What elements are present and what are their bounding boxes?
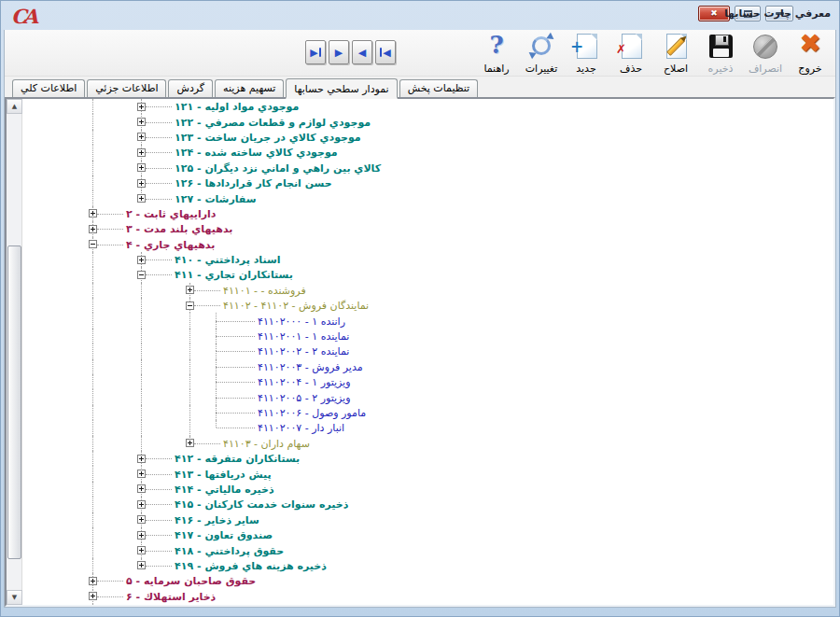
help-button[interactable]: راهنما <box>476 32 517 75</box>
tree-item-label[interactable]: ذخيره هزينه هاي فروش - ۴۱۹ <box>175 559 327 571</box>
tree-row: بستانكاران متفرقه - ۴۱۲ <box>22 451 833 466</box>
tree-item-label[interactable]: ساير ذخاير - ۴۱۶ <box>175 513 259 526</box>
tree-item-label[interactable]: سهام داران - ۴۱۱۰۳ <box>223 437 310 449</box>
tree-item-label[interactable]: حقوق پرداختني - ۴۱۸ <box>175 544 284 556</box>
tab-0[interactable]: اطلاعات كلي <box>12 79 85 97</box>
window-body: ▶▶◀◀ راهنماتغييراتجديدحذفاصلاحذخيرهانصرا… <box>4 30 836 608</box>
expand-icon[interactable] <box>137 256 146 264</box>
tree-item-label[interactable]: راننده ۱ - ۴۱۱۰۲۰۰۰ <box>258 315 345 327</box>
expand-icon[interactable] <box>137 179 146 188</box>
changes-button[interactable]: تغييرات <box>521 32 562 75</box>
expand-icon[interactable] <box>137 561 146 569</box>
expand-icon[interactable] <box>137 133 146 141</box>
expand-icon[interactable] <box>89 209 97 217</box>
delete-button[interactable]: حذف <box>610 32 651 75</box>
tree-item-label[interactable]: بستانكاران تجاري - ۴۱۱ <box>175 269 293 281</box>
cancel-button[interactable]: انصراف <box>745 32 786 75</box>
tree-connector-line <box>97 581 123 582</box>
tree-item-label[interactable]: ويزيتور ۱ - ۴۱۱۰۲۰۰۴ <box>258 376 350 388</box>
expand-icon[interactable] <box>137 118 146 126</box>
tab-5[interactable]: تنظيمات پخش <box>399 79 478 97</box>
expand-icon[interactable] <box>137 148 146 157</box>
expand-icon[interactable] <box>137 531 146 540</box>
tree-connector-line <box>141 313 142 328</box>
new-button[interactable]: جديد <box>566 32 607 75</box>
save-button[interactable]: ذخيره <box>700 32 741 75</box>
tree-item-label[interactable]: ويزيتور ۲ - ۴۱۱۰۲۰۰۵ <box>258 391 350 403</box>
expand-icon[interactable] <box>137 484 146 493</box>
tree-item-label[interactable]: پيش دريافتها - ۴۱۳ <box>175 468 272 480</box>
tree-connector-line <box>141 359 142 374</box>
expand-icon[interactable] <box>137 103 146 111</box>
tree-item-label[interactable]: ذخيره سنوات خدمت كاركنان - ۴۱۵ <box>175 498 348 511</box>
expand-icon[interactable] <box>137 455 146 463</box>
tree-item-label[interactable]: مدير فروش - ۴۱۱۰۲۰۰۳ <box>258 360 363 372</box>
tree-item-label[interactable]: اسناد پرداختني - ۴۱۰ <box>175 254 281 266</box>
tree-item-label[interactable]: ذخاير استهلاك - ۶ <box>126 590 216 602</box>
tree-item-label[interactable]: انبار دار - ۴۱۱۰۲۰۰۷ <box>258 422 344 434</box>
tree-item-label[interactable]: موجودي مواد اوليه - ۱۲۱ <box>175 101 299 113</box>
collapse-icon[interactable] <box>137 271 146 279</box>
expand-icon[interactable] <box>137 163 146 172</box>
tree-item-label[interactable]: حقوق صاحبان سرمايه - ۵ <box>126 575 256 587</box>
tab-4[interactable]: نمودار سطحي حسابها <box>286 78 397 99</box>
tree-connector-line <box>141 298 142 313</box>
tree-item-label[interactable]: نماينده ۲ - ۴۱۱۰۲۰۰۲ <box>258 345 349 358</box>
expand-icon[interactable] <box>186 439 194 447</box>
exit-button[interactable]: خروج <box>790 32 831 75</box>
expand-icon[interactable] <box>89 225 97 233</box>
collapse-icon[interactable] <box>186 301 194 310</box>
tree-connector-line <box>92 114 93 129</box>
nav-last-button[interactable]: ▶ <box>305 40 326 64</box>
tree-item-label[interactable]: موجودي كالاي ساخته شده - ۱۲۴ <box>175 147 338 159</box>
tree-item-label[interactable]: ذخيره مالياتي - ۴۱۴ <box>175 483 274 495</box>
tree-row: ذخيره هزينه هاي فروش - ۴۱۹ <box>22 558 833 573</box>
expand-icon[interactable] <box>137 194 146 203</box>
scrollbar-thumb[interactable] <box>7 245 21 559</box>
toolbar-buttons: راهنماتغييراتجديدحذفاصلاحذخيرهانصرافخروج <box>476 32 831 75</box>
expand-icon[interactable] <box>137 500 146 509</box>
tree-item-label[interactable]: نماينده ۱ - ۴۱۱۰۲۰۰۱ <box>258 330 349 343</box>
app-window: CA ✖ معرفي چارت حسابها ▶▶◀◀ راهنماتغييرا… <box>0 0 840 617</box>
tree-item-label[interactable]: بدهيهاي بلند مدت - ۳ <box>126 223 232 235</box>
tree-connector-line <box>189 389 190 404</box>
expand-icon[interactable] <box>137 470 146 478</box>
vertical-scrollbar[interactable]: ▲ ▼ <box>7 99 22 605</box>
tab-2[interactable]: گردش <box>168 79 213 97</box>
edit-button[interactable]: اصلاح <box>655 32 696 75</box>
nav-first-button[interactable]: ◀ <box>375 40 396 64</box>
tree-connector-line <box>189 313 190 328</box>
tree-item-label[interactable]: فروشنده - - ۴۱۱۰۱ <box>223 284 306 296</box>
expand-icon[interactable] <box>186 286 194 294</box>
expand-icon[interactable] <box>137 546 146 554</box>
help-icon <box>483 34 510 60</box>
nav-next-button[interactable]: ▶ <box>329 40 349 64</box>
tree-item-label[interactable]: بستانكاران متفرقه - ۴۱۲ <box>175 453 300 465</box>
expand-icon[interactable] <box>89 592 97 600</box>
tree-item-label[interactable]: سفارشات - ۱۲۷ <box>175 192 257 204</box>
tree-row: حقوق صاحبان سرمايه - ۵ <box>22 573 833 588</box>
tree-connector-line <box>216 336 217 344</box>
tree-item-label[interactable]: موجودي لوازم و قطعات مصرفي - ۱۲۲ <box>175 116 371 128</box>
tab-3[interactable]: تسهيم هزينه <box>215 79 284 97</box>
expand-icon[interactable] <box>89 577 97 585</box>
tree-connector-line <box>189 374 190 389</box>
record-nav-group: ▶▶◀◀ <box>305 40 396 64</box>
tree-connector-line <box>146 168 172 169</box>
tree-item-label[interactable]: مامور وصول - ۴۱۱۰۲۰۰۶ <box>258 407 366 419</box>
tree-connector-line <box>146 458 172 459</box>
collapse-icon[interactable] <box>89 240 97 248</box>
tree-item-label[interactable]: داراييهاي ثابت - ۲ <box>126 207 216 219</box>
nav-prev-button[interactable]: ◀ <box>352 40 372 64</box>
tree-item-label[interactable]: بدهيهاي جاري - ۴ <box>126 238 215 250</box>
tree-item-label[interactable]: كالاي بين راهي و اماني نزد ديگران - ۱۲۵ <box>175 161 381 174</box>
expand-icon[interactable] <box>137 515 146 524</box>
tree-item-label[interactable]: موجودي كالاي در جريان ساخت - ۱۲۳ <box>175 131 361 143</box>
scroll-down-icon[interactable]: ▼ <box>7 590 22 605</box>
tree-item-label[interactable]: حسن انجام كار قراردادها - ۱۲۶ <box>175 177 332 189</box>
scroll-up-icon[interactable]: ▲ <box>7 99 22 114</box>
tree-item-label[interactable]: نمايندگان فروش - ۴۱۱۰۲ - ۴۱۱۰۲ <box>223 300 369 312</box>
tree-item-label[interactable]: صندوق تعاون - ۴۱۷ <box>175 529 273 541</box>
tree-row: موجودي مواد اوليه - ۱۲۱ <box>22 99 833 114</box>
tab-1[interactable]: اطلاعات جزئي <box>87 79 166 97</box>
